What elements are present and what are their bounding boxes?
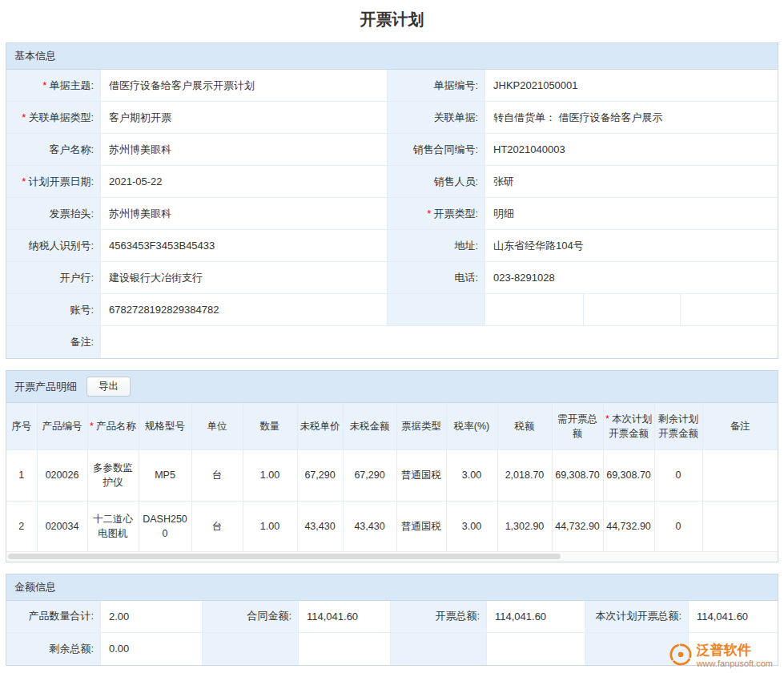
col-product-name: *产品名称 — [87, 403, 139, 450]
scrollbar-thumb[interactable] — [8, 554, 561, 559]
label-text: 账号: — [70, 303, 94, 317]
horizontal-scrollbar[interactable] — [6, 551, 778, 562]
export-button[interactable]: 导出 — [86, 377, 131, 397]
col-label: 未税金额 — [350, 421, 390, 432]
required-mark: * — [22, 111, 26, 123]
label-text: 地址: — [454, 239, 478, 253]
col-bill-type: 票据类型 — [396, 403, 446, 450]
col-label: 剩余计划开票金额 — [658, 413, 698, 439]
field-value-plan-date: 2021-05-22 — [101, 166, 388, 198]
field-label-remaining-total: 剩余总额: — [6, 633, 101, 665]
empty-label-cell — [388, 294, 485, 326]
col-label: 单位 — [207, 421, 227, 432]
col-tax-rate: 税率(%) — [446, 403, 497, 450]
label-text: 销售合同编号: — [412, 143, 478, 157]
label-text: 合同金额: — [247, 609, 291, 623]
table-cell — [702, 501, 778, 551]
col-label: 规格型号 — [145, 421, 185, 432]
field-value-invoice-total: 114,041.60 — [487, 601, 585, 633]
label-text: 单据编号: — [433, 79, 478, 93]
label-text: 开票总额: — [435, 609, 480, 623]
required-mark: * — [427, 208, 431, 220]
field-value-remark — [101, 326, 778, 358]
table-cell: 普通国税 — [396, 450, 446, 501]
empty-value-cell — [584, 294, 681, 326]
table-cell: 0 — [654, 501, 702, 551]
watermark: 泛普软件 www.fanpusoft.com — [669, 643, 773, 669]
label-text: 关联单据类型: — [28, 111, 94, 125]
required-mark: * — [42, 79, 46, 91]
table-cell: 2,018.70 — [497, 450, 552, 501]
field-label-address: 地址: — [388, 230, 485, 262]
col-label: 票据类型 — [401, 421, 441, 432]
table-cell: 44,732.90 — [552, 501, 603, 551]
field-label-related-doc: 关联单据: — [388, 102, 485, 134]
col-index: 序号 — [6, 403, 37, 450]
field-label-subject: *单据主题: — [6, 70, 101, 102]
amounts-header: 金额信息 — [6, 574, 778, 601]
col-label: 需开票总额 — [557, 413, 597, 439]
col-label: 未税单价 — [300, 421, 340, 432]
col-label: 序号 — [11, 421, 31, 432]
amounts-section: 金额信息 产品数量合计: 2.00 合同金额: 114,041.60 开票总额:… — [6, 574, 778, 666]
table-cell: 1 — [6, 450, 37, 501]
field-label-plan-date: *计划开票日期: — [6, 166, 101, 198]
field-label-bank: 开户行: — [6, 262, 101, 294]
table-cell: 3.00 — [446, 501, 497, 551]
col-price-excl-tax: 未税单价 — [297, 403, 343, 450]
field-value-bank: 建设银行大冶街支行 — [101, 262, 388, 294]
label-text: 剩余总额: — [49, 642, 94, 656]
col-label: 产品编号 — [42, 421, 82, 432]
col-spec: 规格型号 — [139, 403, 191, 450]
col-unit: 单位 — [191, 403, 243, 450]
field-label-related-type: *关联单据类型: — [6, 102, 101, 134]
table-cell: 020026 — [37, 450, 87, 501]
empty-label-cell — [391, 633, 487, 665]
table-cell: 67,290 — [297, 450, 343, 501]
table-cell: 44,732.90 — [603, 501, 654, 551]
table-cell: 43,430 — [343, 501, 396, 551]
table-cell — [702, 450, 778, 501]
field-label-phone: 电话: — [388, 262, 485, 294]
col-label: 税率(%) — [454, 421, 489, 432]
col-label: 本次计划开票金额 — [609, 413, 652, 439]
col-amount-excl-tax: 未税金额 — [343, 403, 396, 450]
table-cell: 十二道心电图机 — [87, 501, 139, 551]
col-tax-amount: 税额 — [497, 403, 552, 450]
invoice-plan-page: 开票计划 基本信息 *单据主题: 借医疗设备给客户展示开票计划 单据编号: JH… — [0, 0, 784, 666]
field-label-qty-total: 产品数量合计: — [6, 601, 101, 633]
field-value-address: 山东省经华路104号 — [485, 230, 778, 262]
required-mark: * — [90, 421, 94, 432]
field-value-customer: 苏州博美眼科 — [101, 134, 388, 166]
basic-info-section: 基本信息 *单据主题: 借医疗设备给客户展示开票计划 单据编号: JHKP202… — [6, 42, 778, 359]
table-cell: 1.00 — [243, 501, 297, 551]
field-value-account: 6782728192829384782 — [101, 294, 388, 326]
label-text: 发票抬头: — [49, 207, 94, 221]
col-label: 备注 — [730, 421, 750, 432]
col-current-plan-amount: *本次计划开票金额 — [603, 403, 654, 450]
col-label: 产品名称 — [96, 421, 136, 432]
label-text: 开票类型: — [433, 207, 478, 221]
field-value-phone: 023-8291028 — [485, 262, 778, 294]
label-text: 关联单据: — [433, 111, 478, 125]
field-value-invoice-type: 明细 — [485, 198, 778, 230]
table-cell: 69,308.70 — [552, 450, 603, 501]
table-cell: 43,430 — [297, 501, 343, 551]
table-cell: 台 — [191, 450, 243, 501]
fanpu-logo-icon — [669, 643, 693, 669]
field-label-customer: 客户名称: — [6, 134, 101, 166]
empty-value-cell — [299, 633, 391, 665]
field-label-salesperson: 销售人员: — [388, 166, 485, 198]
table-cell: 1.00 — [243, 450, 297, 501]
field-label-contract-amount: 合同金额: — [203, 601, 299, 633]
table-cell: 67,290 — [343, 450, 396, 501]
products-table: 序号 产品编号 *产品名称 规格型号 单位 数量 未税单价 未税金额 票据类型 … — [6, 403, 778, 551]
empty-value-cell — [485, 294, 584, 326]
watermark-text: 泛普软件 www.fanpusoft.com — [697, 643, 773, 668]
account-row: 账号: 6782728192829384782 — [6, 294, 778, 326]
field-value-salesperson: 张研 — [485, 166, 778, 198]
field-label-remark: 备注: — [6, 326, 101, 358]
field-value-related-doc: 转自借货单： 借医疗设备给客户展示 — [485, 102, 778, 134]
label-text: 客户名称: — [49, 143, 94, 157]
label-text: 产品数量合计: — [28, 609, 94, 623]
